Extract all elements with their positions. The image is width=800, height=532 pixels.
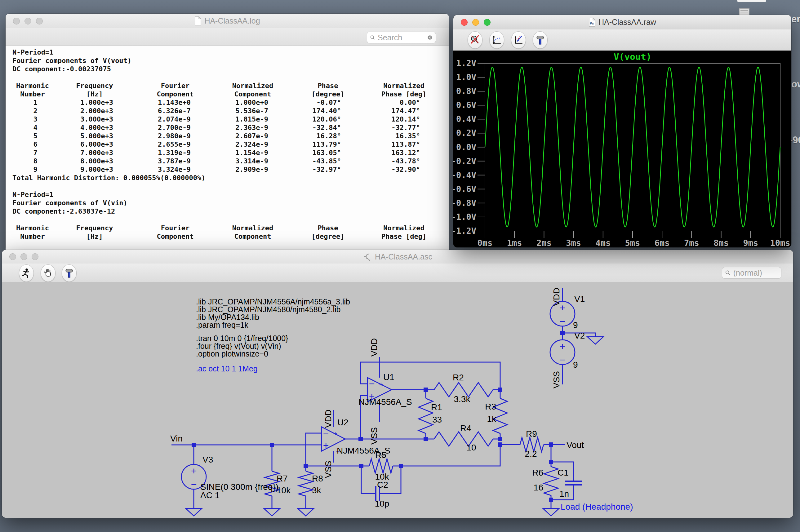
schematic-window: HA-ClassAA.asc (2, 250, 793, 518)
zoom-button[interactable] (484, 19, 491, 26)
window-title: HA-ClassAA.asc (375, 252, 432, 261)
v2-ref: V2 (574, 331, 585, 340)
log-line: Total Harmonic Distortion: 0.000055%(0.0… (13, 174, 449, 182)
svg-text:−: − (560, 316, 566, 327)
net-label-vdd-u2: VDD (323, 410, 333, 428)
v1-ref: V1 (574, 294, 585, 304)
directive-lib2: .lib JRC_OPAMP/NJM4580/njm4580_2.lib (196, 305, 341, 314)
schematic-titlebar[interactable]: HA-ClassAA.asc (2, 250, 793, 264)
net-label-vdd-v1: VDD (552, 288, 561, 306)
r9-ref: R9 (526, 429, 537, 439)
v3-ref: V3 (203, 455, 213, 464)
run-button[interactable] (19, 264, 34, 282)
control-panel-button[interactable] (533, 31, 548, 49)
r2-ref: R2 (453, 373, 464, 382)
close-button[interactable] (13, 18, 20, 24)
schematic-search-field[interactable] (722, 267, 781, 279)
svg-text:+: + (191, 466, 197, 476)
net-label-vss-v2: VSS (552, 371, 561, 388)
directive-four: .four {freq} v(Vout) v(Vin) (196, 342, 281, 350)
control-panel-hammer-icon (64, 268, 74, 279)
zoom-button[interactable] (36, 18, 43, 24)
directive-tran: .tran 0 10m 0 {1/freq/1000} (196, 334, 288, 343)
r7-value: 10k (277, 486, 291, 495)
r6-ref: R6 (532, 468, 543, 477)
directive-ac: .ac oct 10 1 1Meg (196, 364, 258, 373)
control-panel-hammer-icon (535, 34, 546, 45)
raw-doc-icon: Ps (589, 18, 596, 27)
y-axis-label: -0.8V (453, 198, 476, 208)
waveform-toolbar (453, 30, 791, 51)
search-field[interactable] (367, 32, 436, 43)
svg-text:+: + (560, 341, 566, 352)
schematic-canvas[interactable]: −+ +− −+ +− +− +− +− Vin Vout V3 SINE(0 … (2, 282, 793, 518)
svg-text:−: − (369, 378, 375, 390)
search-input[interactable] (377, 33, 425, 42)
r2-value: 3.3k (454, 394, 471, 404)
log-line: N-Period=1 (13, 190, 449, 199)
net-label-vss-u1: VSS (369, 427, 379, 444)
log-line (13, 73, 449, 81)
close-button[interactable] (9, 253, 16, 260)
y-axis-label: 1.0V (456, 72, 476, 82)
y-axis-label: 0.6V (456, 100, 476, 110)
x-axis-label: 2ms (536, 238, 552, 247)
directive-option: .option plotwinsize=0 (196, 349, 268, 358)
control-panel-button[interactable] (62, 264, 77, 282)
log-table-row: 88.000e+33.787e-93.314e-9-43.85°-43.78° (13, 157, 449, 165)
log-titlebar[interactable]: HA-ClassAA.log (5, 14, 449, 28)
r4-value: 10 (466, 443, 476, 452)
clear-search-icon[interactable] (427, 34, 433, 41)
svg-text:+: + (333, 430, 337, 437)
v3-value2: AC 1 (200, 491, 220, 500)
log-table-row: 99.000e+33.324e-92.909e-9-32.97°-32.90° (13, 165, 449, 174)
log-table-row: 11.000e+31.143e+01.000e+0-0.07°0.00° (13, 98, 449, 107)
log-table-row: 44.000e+32.700e-92.363e-9-32.84°-32.77° (13, 124, 449, 132)
c1-ref: C1 (557, 468, 569, 477)
net-label-vdd-u1: VDD (369, 338, 379, 357)
log-line (13, 182, 449, 190)
minimize-button[interactable] (20, 253, 27, 260)
svg-text:−: − (191, 479, 197, 490)
load-comment: Load (Headphone) (560, 502, 633, 512)
desktop: { "desktop": { "fragments": { "t1": "er.… (0, 0, 800, 532)
log-line: Fourier components of V(vin) (13, 199, 449, 207)
log-line: DC component:-2.63837e-12 (13, 207, 449, 215)
u1-ref: U1 (383, 372, 395, 382)
vout-trace (485, 67, 780, 227)
minimize-button[interactable] (472, 19, 479, 26)
directive-param: .param freq=1k (196, 321, 248, 329)
zoom-rect-disabled-icon (470, 35, 480, 45)
log-table-row: 22.000e+36.326e-75.536e-7174.40°174.47° (13, 107, 449, 115)
net-label-vss-u2: VSS (323, 461, 333, 478)
directive-lib3: .lib My/OPA134.lib (196, 313, 259, 322)
y-axis-label: 1.2V (456, 58, 476, 68)
minimize-button[interactable] (24, 18, 31, 24)
svg-text:+: + (379, 380, 383, 388)
x-axis-label: 5ms (625, 238, 640, 247)
log-table-row: 66.000e+32.655e-92.324e-9113.79°113.87° (13, 140, 449, 149)
previous-plot-button[interactable] (511, 31, 526, 49)
search-icon (370, 34, 375, 41)
drag-button[interactable] (41, 264, 56, 282)
log-table-row: 33.000e+32.074e-91.815e-9120.06°120.14° (13, 115, 449, 124)
zoom-rect-button[interactable] (468, 31, 482, 49)
log-line (13, 241, 449, 249)
svg-text:−: − (560, 354, 566, 365)
log-line: N-Period=1 (13, 48, 449, 56)
waveform-plot-area[interactable]: V(vout)1.2V1.0V0.8V0.6V0.4V0.2V0.0V-0.2V… (453, 51, 791, 247)
window-title: HA-ClassAA.raw (598, 18, 656, 27)
waveform-titlebar[interactable]: Ps HA-ClassAA.raw (453, 15, 791, 30)
v1-value: 9 (573, 320, 578, 330)
x-axis-label: 0ms (477, 238, 493, 247)
zoom-button[interactable] (32, 253, 38, 260)
c2-ref: C2 (377, 480, 388, 490)
autorange-button[interactable] (489, 31, 504, 49)
log-line: DC component:-0.00237075 (13, 65, 449, 73)
log-table-header: HarmonicFrequencyFourierNormalizedPhaseN… (13, 81, 449, 90)
net-label-vin: Vin (170, 434, 183, 443)
close-button[interactable] (461, 19, 468, 26)
r6-value: 16 (534, 483, 543, 492)
svg-text:+: + (323, 440, 329, 451)
schematic-search-input[interactable] (733, 268, 778, 278)
